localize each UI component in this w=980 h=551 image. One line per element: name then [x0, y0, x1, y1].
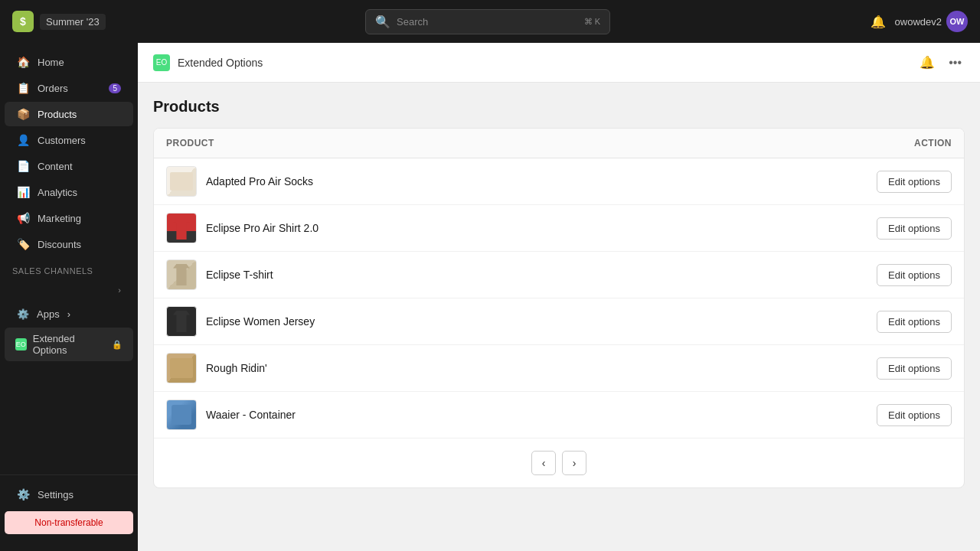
sidebar-item-sales-channels[interactable]: › [5, 279, 133, 301]
customers-icon: 👤 [17, 134, 30, 146]
content-area: EO Extended Options 🔔 ••• Products Produ… [138, 43, 980, 551]
prev-page-btn[interactable]: ‹ [531, 451, 556, 475]
products-table-card: Product Action Adapted Pro Air Socks Edi… [153, 128, 965, 488]
sidebar-label-products: Products [38, 109, 77, 120]
sidebar-item-products[interactable]: 📦 Products [5, 102, 133, 126]
arrow-icon: › [118, 285, 121, 295]
table-row: Eclipse Women Jersey Edit options [154, 298, 964, 345]
product-thumb-3 [166, 259, 197, 290]
product-name-3: Eclipse T-shirt [206, 269, 877, 281]
product-thumb-6 [166, 399, 197, 430]
notification-icon-btn[interactable]: 🔔 [916, 52, 938, 73]
user-badge: owowdev2 OW [895, 11, 968, 32]
sidebar-label-content: Content [38, 161, 73, 172]
sidebar: 🏠 Home 📋 Orders 5 📦 Products 👤 Customers… [0, 43, 138, 551]
edit-options-btn-4[interactable]: Edit options [877, 311, 952, 333]
sidebar-item-settings[interactable]: ⚙️ Settings [5, 482, 133, 507]
app-header-left: EO Extended Options [153, 54, 263, 71]
col-header-action: Action [844, 138, 952, 148]
product-name-4: Eclipse Women Jersey [206, 315, 877, 328]
orders-badge: 5 [109, 83, 121, 93]
sock-visual [170, 172, 193, 191]
table-row: Eclipse Pro Air Shirt 2.0 Edit options [154, 205, 964, 252]
settings-label: Settings [38, 489, 74, 500]
brand-area: $ Summer '23 [12, 11, 106, 32]
shopify-logo: $ [12, 11, 34, 32]
avatar[interactable]: OW [946, 11, 968, 32]
product-thumb-1 [166, 166, 197, 197]
page-content: Products Product Action Adapted Pro Air … [138, 83, 980, 504]
ridin-visual [170, 358, 193, 378]
search-shortcut: ⌘ K [584, 17, 600, 27]
app-header: EO Extended Options 🔔 ••• [138, 43, 980, 83]
sidebar-label-discounts: Discounts [38, 239, 81, 250]
product-thumb-4 [166, 306, 197, 337]
product-name-1: Adapted Pro Air Socks [206, 175, 877, 187]
apps-icon: ⚙️ [17, 308, 29, 320]
apps-arrow: › [67, 308, 70, 320]
table-row: Rough Ridin' Edit options [154, 345, 964, 392]
table-row: Adapted Pro Air Socks Edit options [154, 158, 964, 205]
table-row: Eclipse T-shirt Edit options [154, 252, 964, 298]
edit-options-btn-3[interactable]: Edit options [877, 264, 952, 286]
more-options-btn[interactable]: ••• [946, 53, 965, 73]
sidebar-item-home[interactable]: 🏠 Home [5, 50, 133, 74]
sidebar-item-extended-options[interactable]: EO Extended Options 🔒 [5, 328, 133, 361]
content-icon: 📄 [17, 160, 30, 172]
sidebar-item-discounts[interactable]: 🏷️ Discounts [5, 232, 133, 256]
shirt-visual [173, 217, 190, 240]
product-name-2: Eclipse Pro Air Shirt 2.0 [206, 222, 877, 234]
product-thumb-5 [166, 353, 197, 383]
topbar: $ Summer '23 🔍 ⌘ K 🔔 owowdev2 OW [0, 0, 980, 43]
jersey-visual [173, 311, 190, 332]
orders-icon: 📋 [17, 82, 30, 94]
product-thumb-2 [166, 213, 197, 243]
search-input[interactable] [397, 16, 578, 28]
sidebar-item-analytics[interactable]: 📊 Analytics [5, 180, 133, 204]
search-box[interactable]: 🔍 ⌘ K [365, 9, 610, 34]
products-icon: 📦 [17, 108, 30, 120]
sidebar-item-customers[interactable]: 👤 Customers [5, 128, 133, 152]
edit-options-btn-2[interactable]: Edit options [877, 217, 952, 240]
edit-options-btn-1[interactable]: Edit options [877, 171, 952, 193]
page-title: Products [153, 98, 965, 116]
marketing-icon: 📢 [17, 212, 30, 224]
search-area: 🔍 ⌘ K [115, 9, 861, 34]
lock-icon: 🔒 [112, 340, 122, 350]
discounts-icon: 🏷️ [17, 238, 30, 250]
col-header-product: Product [166, 138, 844, 148]
sidebar-label-customers: Customers [38, 135, 86, 146]
next-page-btn[interactable]: › [562, 451, 586, 475]
bell-icon[interactable]: 🔔 [871, 15, 886, 29]
app-header-right: 🔔 ••• [916, 52, 965, 73]
sidebar-label-orders: Orders [38, 83, 68, 94]
home-icon: 🏠 [17, 56, 30, 68]
settings-icon: ⚙️ [17, 488, 30, 500]
sidebar-label-analytics: Analytics [38, 187, 77, 198]
analytics-icon: 📊 [17, 186, 30, 198]
sidebar-label-marketing: Marketing [38, 213, 81, 224]
extended-options-label: Extended Options [33, 333, 106, 356]
sales-channels-label: Sales channels [0, 257, 138, 279]
sidebar-bottom: ⚙️ Settings Non-transferable [0, 474, 138, 545]
store-name: Summer '23 [40, 14, 106, 30]
main-layout: 🏠 Home 📋 Orders 5 📦 Products 👤 Customers… [0, 43, 980, 551]
sidebar-item-apps[interactable]: ⚙️ Apps › [5, 302, 133, 326]
product-name-6: Waaier - Container [206, 409, 877, 421]
pagination: ‹ › [154, 439, 964, 487]
sidebar-item-content[interactable]: 📄 Content [5, 154, 133, 178]
topbar-right: 🔔 owowdev2 OW [871, 11, 968, 32]
search-icon: 🔍 [375, 15, 390, 29]
sidebar-item-orders[interactable]: 📋 Orders 5 [5, 76, 133, 100]
sidebar-item-marketing[interactable]: 📢 Marketing [5, 206, 133, 230]
tshirt-visual [173, 264, 190, 285]
container-visual [172, 405, 191, 425]
app-header-icon: EO [153, 54, 170, 71]
non-transferable-banner[interactable]: Non-transferable [5, 511, 133, 534]
sidebar-label-home: Home [38, 57, 64, 68]
edit-options-btn-6[interactable]: Edit options [877, 404, 952, 426]
edit-options-btn-5[interactable]: Edit options [877, 357, 952, 380]
apps-label: Apps [37, 308, 60, 320]
table-header: Product Action [154, 129, 964, 158]
table-row: Waaier - Container Edit options [154, 392, 964, 439]
